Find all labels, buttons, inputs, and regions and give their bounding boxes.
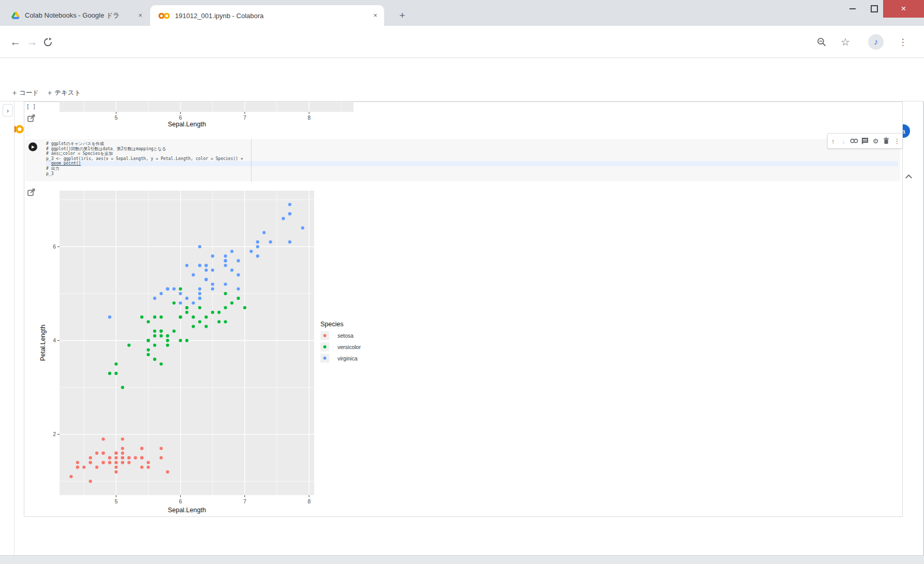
forward-button[interactable]: →: [25, 26, 39, 58]
delete-cell-button[interactable]: [882, 136, 891, 146]
svg-text:setosa: setosa: [338, 332, 354, 339]
minimize-icon: [849, 8, 856, 9]
link-cell-button[interactable]: [849, 136, 859, 146]
code-line: geom_point(): [46, 161, 898, 166]
close-icon: ×: [901, 4, 906, 14]
colab-favicon: [158, 12, 170, 19]
notebook-toolbar: +コード +テキスト RAM ディスク 編集: [0, 84, 924, 102]
reload-icon: [43, 37, 53, 47]
svg-text:8: 8: [307, 498, 311, 504]
tab-strip: Colab Notebooks - Google ドラ × 191012_001…: [0, 0, 924, 26]
svg-text:virginica: virginica: [338, 355, 358, 361]
move-cell-down-button[interactable]: ↓: [839, 136, 848, 146]
forward-arrow-icon: →: [27, 36, 38, 48]
svg-text:Petal.Length: Petal.Length: [39, 325, 47, 361]
svg-text:4: 4: [53, 337, 56, 343]
add-text-button[interactable]: +テキスト: [48, 84, 81, 101]
new-tab-button[interactable]: +: [395, 9, 409, 23]
svg-text:Sepal.Length: Sepal.Length: [168, 121, 206, 128]
add-comment-button[interactable]: [860, 136, 870, 146]
open-sidebar-button[interactable]: ›: [3, 104, 13, 117]
window-close-button[interactable]: ×: [883, 0, 924, 18]
browser-window: Colab Notebooks - Google ドラ × 191012_001…: [0, 0, 924, 564]
tab-close-icon[interactable]: ×: [136, 11, 145, 20]
code-line: # aesにcolor = Speciesを追加: [46, 151, 898, 156]
svg-text:6: 6: [179, 498, 182, 504]
star-icon: ☆: [841, 36, 850, 48]
svg-text:8: 8: [307, 114, 311, 121]
tab-notebook[interactable]: 191012_001.ipynb - Colabora ×: [150, 5, 384, 26]
back-arrow-icon: ←: [10, 36, 21, 48]
plus-icon: +: [48, 89, 52, 97]
code-line: # ggplotのキャンバスを作成: [46, 141, 898, 147]
profile-button[interactable]: ♪: [866, 26, 886, 58]
code-line: p_3: [46, 171, 898, 177]
cell-settings-button[interactable]: ⚙: [871, 136, 881, 146]
code-editor[interactable]: # ggplotのキャンバスを作成# ggplot()関数の第1引数はdata、…: [46, 141, 898, 176]
play-icon: [32, 146, 35, 149]
cell-toolbar: ↑ ↓ ⚙ ⋮: [827, 133, 903, 149]
column-guide: [251, 139, 252, 181]
tab-close-icon[interactable]: ×: [371, 11, 380, 20]
cell-more-button[interactable]: ⋮: [892, 136, 902, 146]
back-button[interactable]: ←: [8, 26, 23, 58]
svg-text:Sepal.Length: Sepal.Length: [168, 507, 206, 514]
tab-drive-folder[interactable]: Colab Notebooks - Google ドラ ×: [4, 5, 149, 26]
zoom-button[interactable]: [814, 26, 829, 58]
move-cell-up-button[interactable]: ↑: [828, 136, 838, 146]
window-footer: [0, 555, 924, 564]
code-line: # ggplot()関数の第1引数はdata、第2引数はmappingとなる: [46, 147, 898, 152]
add-code-label: コード: [19, 89, 39, 97]
svg-text:7: 7: [243, 498, 246, 504]
google-drive-icon: [11, 12, 20, 19]
reload-button[interactable]: [40, 26, 55, 58]
window-maximize-button[interactable]: [864, 0, 884, 18]
trash-icon: [883, 137, 889, 144]
code-cell[interactable]: # ggplotのキャンバスを作成# ggplot()関数の第1引数はdata、…: [25, 139, 900, 181]
svg-text:2: 2: [53, 431, 56, 437]
music-note-icon: ♪: [874, 37, 878, 47]
link-icon: [850, 138, 858, 143]
chevron-right-icon: ›: [7, 107, 9, 114]
collapse-header-button[interactable]: [905, 174, 913, 179]
browser-menu-button[interactable]: ⋮: [896, 26, 910, 58]
plus-icon: +: [12, 89, 17, 97]
maximize-icon: [871, 5, 878, 12]
tab-title: 191012_001.ipynb - Colabora: [175, 12, 368, 20]
svg-text:5: 5: [114, 114, 118, 121]
add-text-label: テキスト: [54, 89, 81, 97]
svg-text:7: 7: [243, 114, 246, 121]
svg-text:versicolor: versicolor: [338, 344, 361, 350]
svg-text:5: 5: [114, 498, 118, 504]
window-minimize-button[interactable]: [843, 0, 862, 18]
left-rail: ›: [0, 102, 14, 555]
profile-avatar: ♪: [868, 34, 884, 50]
run-cell-button[interactable]: [28, 142, 37, 151]
svg-text:6: 6: [179, 114, 182, 121]
browser-toolbar: ← → colab.research.google.com/drive/1tbR…: [0, 26, 924, 58]
add-code-button[interactable]: +コード: [12, 84, 39, 101]
more-vert-icon: ⋮: [899, 37, 907, 48]
cell-output-icon: [27, 189, 35, 196]
iris-scatter-plot: 5678246Sepal.LengthPetal.LengthSpeciesse…: [39, 187, 420, 515]
zoom-out-icon: [817, 37, 827, 47]
execution-indicator[interactable]: [ ]: [26, 104, 36, 109]
comment-icon: [861, 138, 869, 144]
svg-text:Species: Species: [320, 321, 343, 328]
tab-title: Colab Notebooks - Google ドラ: [25, 11, 133, 20]
svg-text:6: 6: [53, 243, 56, 250]
code-line: # 出力: [46, 166, 898, 171]
notebook-cell-region: [ ] 5678Sepal.Length # ggplotのキャンバスを作成# …: [24, 102, 903, 517]
previous-plot-xaxis: 5678Sepal.Length: [39, 102, 420, 131]
colab-header: 191012_001.ipynb ☆ ファイル編集表示挿入ランタイムツールヘルプ…: [0, 58, 924, 84]
cell-output-icon: [27, 114, 35, 122]
code-line: p_3 <- ggplot(iris, aes(x = Sepal.Length…: [46, 156, 898, 162]
bookmark-button[interactable]: ☆: [838, 26, 853, 58]
